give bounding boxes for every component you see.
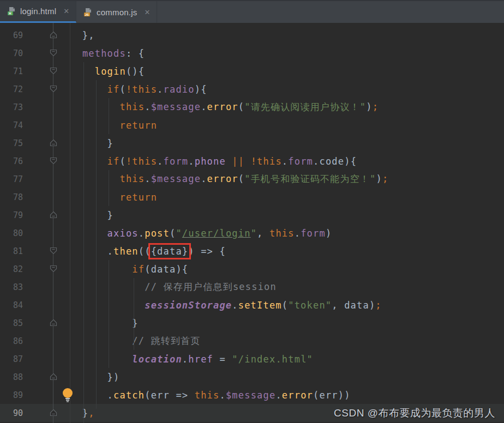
- line-number: 88: [0, 372, 23, 382]
- fold-column: [23, 368, 70, 386]
- tab-common-js[interactable]: JS common.js ✕: [76, 1, 157, 23]
- tab-label: login.html: [20, 7, 56, 16]
- watermark: CSDN @布布要成为最负责的男人: [334, 406, 495, 420]
- code-text: },: [70, 30, 95, 41]
- code-line[interactable]: 75 }: [0, 134, 504, 152]
- code-line[interactable]: 70 methods: {: [0, 44, 504, 62]
- code-line[interactable]: 86 // 跳转到首页: [0, 332, 504, 350]
- fold-expanded-icon[interactable]: [49, 156, 58, 165]
- close-tab-icon[interactable]: ✕: [144, 8, 150, 16]
- indent-guide: [109, 98, 109, 134]
- line-number: 90: [0, 408, 23, 418]
- fold-end-icon[interactable]: [49, 138, 58, 147]
- code-text: sessionStorage.setItem("token", data);: [70, 300, 382, 311]
- intention-lightbulb-icon[interactable]: [61, 388, 74, 403]
- fold-end-icon[interactable]: [49, 408, 58, 417]
- fold-end-icon[interactable]: [49, 31, 58, 39]
- fold-column: [23, 26, 70, 44]
- fold-expanded-icon[interactable]: [49, 264, 58, 273]
- code-line[interactable]: 84 sessionStorage.setItem("token", data)…: [0, 296, 504, 314]
- code-editor[interactable]: 69 },70 methods: {71 login(){72 if(!this…: [0, 23, 504, 423]
- code-text: // 跳转到首页: [70, 335, 201, 347]
- fold-column: [23, 314, 70, 332]
- code-text: }): [70, 372, 119, 383]
- fold-column: [23, 278, 70, 296]
- line-number: 86: [0, 336, 23, 346]
- line-number: 89: [0, 390, 23, 400]
- code-line[interactable]: 87 location.href = "/index.html": [0, 350, 504, 368]
- fold-column: [23, 332, 70, 350]
- code-line[interactable]: 72 if(!this.radio){: [0, 80, 504, 98]
- tab-login-html[interactable]: H login.html ✕: [0, 1, 76, 23]
- js-file-icon: JS: [83, 8, 93, 17]
- fold-expanded-icon[interactable]: [49, 246, 58, 255]
- fold-column: [23, 62, 70, 80]
- code-line[interactable]: 77 this.$message.error("手机号和验证码不能为空！");: [0, 170, 504, 188]
- fold-end-icon[interactable]: [49, 318, 58, 327]
- line-number: 71: [0, 67, 23, 76]
- code-line[interactable]: 88 }): [0, 368, 504, 386]
- fold-column: [23, 98, 70, 116]
- code-text: if(data){: [70, 264, 188, 275]
- gutter-separator: [70, 23, 70, 423]
- fold-column: [23, 296, 70, 314]
- line-number: 79: [0, 210, 23, 220]
- code-text: login(){: [70, 66, 145, 77]
- fold-column: [23, 224, 70, 242]
- fold-column: [23, 116, 70, 134]
- code-text: this.$message.error("手机号和验证码不能为空！");: [70, 173, 388, 185]
- code-text: location.href = "/index.html": [70, 354, 313, 365]
- code-text: return: [70, 192, 157, 203]
- line-number: 77: [0, 174, 23, 184]
- code-line[interactable]: 89 .catch(err => this.$message.error(err…: [0, 386, 504, 404]
- code-line[interactable]: 82 if(data){: [0, 260, 504, 278]
- code-line[interactable]: 85 }: [0, 314, 504, 332]
- line-number: 72: [0, 84, 23, 94]
- line-number: 81: [0, 246, 23, 256]
- code-line[interactable]: 79 }: [0, 206, 504, 224]
- indent-guide: [96, 80, 97, 409]
- code-text: },: [70, 408, 95, 419]
- code-line[interactable]: 74 return: [0, 116, 504, 134]
- fold-expanded-icon[interactable]: [49, 49, 58, 57]
- code-text: if(!this.form.phone || !this.form.code){: [70, 156, 357, 167]
- code-line[interactable]: 71 login(){: [0, 62, 504, 80]
- line-number: 73: [0, 102, 23, 112]
- code-text: return: [70, 120, 157, 131]
- svg-text:JS: JS: [85, 13, 89, 16]
- fold-expanded-icon[interactable]: [49, 84, 58, 93]
- fold-end-icon[interactable]: [49, 372, 58, 381]
- fold-column: [23, 404, 70, 422]
- code-line[interactable]: 78 return: [0, 188, 504, 206]
- code-line[interactable]: 73 this.$message.error("请先确认阅读用户协议！");: [0, 98, 504, 116]
- editor-tab-bar: H login.html ✕ JS common.js ✕: [0, 0, 504, 23]
- fold-column: [23, 350, 70, 368]
- fold-column: [23, 188, 70, 206]
- close-tab-icon[interactable]: ✕: [63, 7, 69, 15]
- fold-expanded-icon[interactable]: [49, 67, 58, 75]
- code-line[interactable]: 81 .then(({data}) => {: [0, 242, 504, 260]
- line-number: 69: [0, 31, 23, 40]
- fold-column: [23, 260, 70, 278]
- code-text: // 保存用户信息到session: [70, 281, 277, 293]
- line-number: 76: [0, 156, 23, 166]
- code-text: methods: {: [70, 48, 145, 59]
- code-line[interactable]: 76 if(!this.form.phone || !this.form.cod…: [0, 152, 504, 170]
- code-line[interactable]: 69 },: [0, 26, 504, 44]
- code-text: if(!this.radio){: [70, 84, 207, 95]
- line-number: 84: [0, 300, 23, 310]
- code-line[interactable]: 83 // 保存用户信息到session: [0, 278, 504, 296]
- fold-column: [23, 134, 70, 152]
- line-number: 78: [0, 192, 23, 202]
- line-number: 83: [0, 282, 23, 292]
- code-line[interactable]: 80 axios.post("/user/login", this.form): [0, 224, 504, 242]
- svg-text:H: H: [9, 11, 11, 15]
- html-file-icon: H: [7, 7, 16, 16]
- indent-guide: [109, 260, 109, 368]
- annotation-red-box: {data}: [151, 246, 189, 257]
- indent-guide: [83, 62, 84, 423]
- fold-column: [23, 80, 70, 98]
- fold-end-icon[interactable]: [49, 210, 58, 219]
- tab-label: common.js: [97, 8, 137, 17]
- line-number: 82: [0, 264, 23, 274]
